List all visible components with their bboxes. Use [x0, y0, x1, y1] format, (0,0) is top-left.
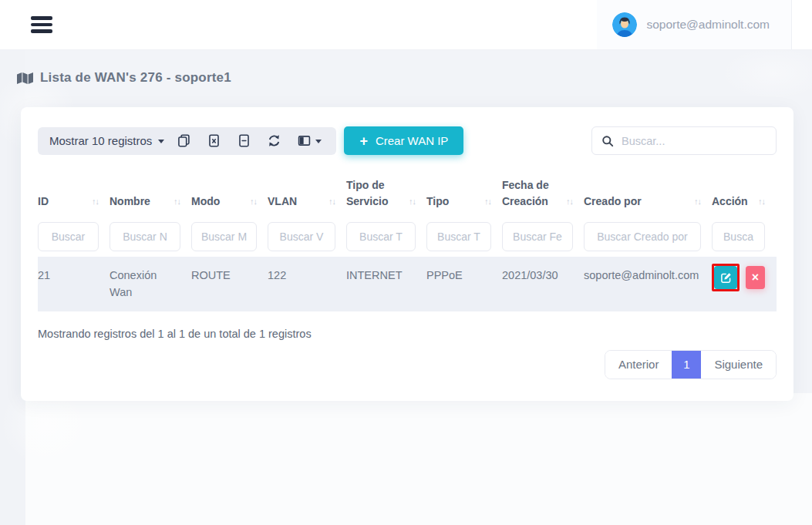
table-filter-row — [38, 222, 777, 251]
create-wan-ip-label: Crear WAN IP — [376, 134, 448, 147]
sort-icon[interactable]: ↑↓ — [484, 195, 491, 210]
chevron-down-icon — [158, 140, 164, 143]
cell-id: 21 — [38, 257, 110, 311]
filter-input-fecha-creacion[interactable] — [502, 222, 573, 251]
copy-button[interactable] — [169, 130, 199, 152]
filter-input-tipo[interactable] — [426, 222, 491, 251]
sort-icon[interactable]: ↑↓ — [174, 195, 180, 210]
table-toolbar: Mostrar 10 registros — [38, 126, 777, 155]
sort-icon[interactable]: ↑↓ — [566, 195, 573, 210]
records-summary: Mostrando registros del 1 al 1 de un tot… — [38, 328, 777, 340]
search-icon — [601, 135, 614, 147]
filter-input-creado-por[interactable] — [584, 222, 701, 251]
annotation-highlight-box — [712, 264, 740, 291]
delete-button[interactable]: × — [746, 266, 765, 289]
pagination-previous-button[interactable]: Anterior — [605, 351, 672, 379]
refresh-icon — [268, 134, 281, 147]
page-header: Lista de WAN's 276 - soporte1 — [17, 70, 812, 86]
pagination-page-1[interactable]: 1 — [672, 351, 701, 379]
sort-icon[interactable]: ↑↓ — [329, 195, 335, 210]
page-length-label: Mostrar 10 registros — [49, 134, 152, 147]
pagination: Anterior 1 Siguiente — [605, 350, 777, 379]
table-header-row: ID ↑↓ Nombre ↑↓ Modo ↑↓ VLAN ↑↓ Tipo de … — [38, 176, 777, 210]
filter-input-modo[interactable] — [191, 222, 257, 251]
pagination-row: Anterior 1 Siguiente — [38, 350, 777, 379]
column-visibility-button[interactable] — [289, 130, 330, 152]
file-icon — [238, 134, 251, 147]
filter-input-accion[interactable] — [712, 222, 765, 251]
topbar: soporte@adminolt.com — [0, 0, 812, 50]
edit-pencil-icon — [720, 272, 732, 284]
cell-actions: × — [712, 257, 776, 311]
sort-icon[interactable]: ↑↓ — [694, 195, 701, 210]
cell-modo: ROUTE — [191, 257, 268, 311]
close-icon: × — [752, 271, 759, 284]
filter-input-id[interactable] — [38, 222, 99, 251]
filter-input-vlan[interactable] — [268, 222, 335, 251]
user-avatar-icon — [612, 12, 637, 37]
cell-tipo: PPPoE — [426, 257, 502, 311]
page-length-dropdown[interactable]: Mostrar 10 registros — [49, 134, 169, 147]
columns-icon — [298, 134, 311, 147]
column-header-creado-por[interactable]: Creado por ↑↓ — [584, 176, 712, 210]
column-header-id[interactable]: ID ↑↓ — [38, 176, 110, 210]
excel-export-button[interactable] — [199, 130, 229, 152]
search-input[interactable] — [622, 135, 767, 147]
cell-fecha-creacion: 2021/03/30 — [502, 257, 584, 311]
plus-icon: + — [359, 134, 368, 148]
table-row: 21 Conexión Wan ROUTE 122 INTERNET PPPoE… — [38, 257, 777, 311]
user-menu[interactable]: soporte@adminolt.com — [597, 0, 792, 49]
hamburger-menu-icon[interactable] — [31, 13, 52, 36]
cell-creado-por: soporte@adminolt.com — [584, 257, 712, 311]
file-export-button[interactable] — [229, 130, 259, 152]
chevron-down-icon — [315, 140, 322, 143]
sort-icon[interactable]: ↑↓ — [250, 195, 257, 210]
sort-icon[interactable]: ↑↓ — [92, 195, 99, 210]
cell-nombre: Conexión Wan — [110, 257, 191, 311]
pagination-next-button[interactable]: Siguiente — [701, 351, 776, 379]
column-header-modo[interactable]: Modo ↑↓ — [191, 176, 268, 210]
wan-list-card: Mostrar 10 registros — [21, 107, 793, 401]
copy-icon — [177, 134, 190, 147]
sort-icon[interactable]: ↑↓ — [409, 195, 416, 210]
global-search — [591, 126, 777, 155]
column-header-vlan[interactable]: VLAN ↑↓ — [268, 176, 346, 210]
filter-input-tipo-servicio[interactable] — [346, 222, 416, 251]
excel-file-icon — [207, 134, 221, 147]
cell-vlan: 122 — [268, 257, 346, 311]
column-header-tipo[interactable]: Tipo ↑↓ — [426, 176, 502, 210]
sort-icon[interactable]: ↑↓ — [758, 195, 765, 210]
filter-input-nombre[interactable] — [110, 222, 180, 251]
create-wan-ip-button[interactable]: + Crear WAN IP — [344, 126, 463, 155]
map-icon — [17, 72, 33, 85]
column-header-nombre[interactable]: Nombre ↑↓ — [110, 176, 191, 210]
column-header-accion[interactable]: Acción ↑↓ — [712, 176, 776, 210]
edit-button[interactable] — [714, 266, 737, 289]
column-header-fecha-creacion[interactable]: Fecha de Creación ↑↓ — [502, 176, 584, 210]
app-window: soporte@adminolt.com Lista de WAN's 276 … — [0, 0, 812, 525]
refresh-button[interactable] — [259, 130, 289, 152]
datatable-buttons-group: Mostrar 10 registros — [38, 127, 336, 155]
column-header-tipo-servicio[interactable]: Tipo de Servicio ↑↓ — [346, 176, 426, 210]
page-title: Lista de WAN's 276 - soporte1 — [40, 70, 231, 86]
user-email: soporte@adminolt.com — [646, 18, 770, 32]
cell-tipo-servicio: INTERNET — [346, 257, 426, 311]
